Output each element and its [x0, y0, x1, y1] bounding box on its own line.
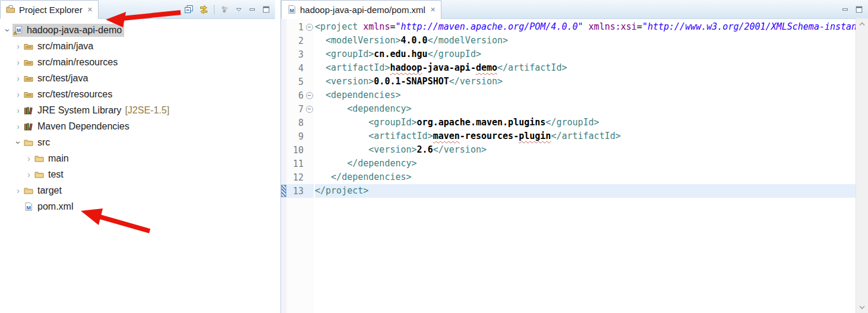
- code-line-1[interactable]: <project xmlns="http://maven.apache.org/…: [315, 20, 856, 34]
- library-icon: [24, 122, 34, 131]
- code-line-6[interactable]: <dependencies>: [315, 88, 856, 102]
- scroll-up-icon[interactable]: [859, 22, 865, 26]
- vertical-scrollbar[interactable]: [856, 18, 868, 313]
- code-line-2[interactable]: <modelVersion>4.0.0</modelVersion>: [315, 34, 856, 48]
- fold-collapse-icon[interactable]: [306, 24, 313, 31]
- tree-item-src-main-java[interactable]: ›src/main/java: [0, 38, 275, 54]
- code-line-9[interactable]: <artifactId>maven-resources-plugin</arti…: [315, 129, 856, 143]
- chevron-down-icon[interactable]: ›: [14, 137, 23, 147]
- tree-item-src[interactable]: ›src: [0, 134, 275, 150]
- tab-pom-xml[interactable]: M hadoop-java-api-demo/pom.xml ✕: [281, 0, 441, 19]
- annotation-ruler-row[interactable]: [281, 129, 286, 143]
- annotation-ruler-row[interactable]: [281, 88, 286, 102]
- chevron-right-icon[interactable]: ›: [13, 58, 23, 67]
- code-line-5[interactable]: <version>0.0.1-SNAPSHOT</version>: [315, 75, 856, 88]
- chevron-right-icon[interactable]: ›: [13, 42, 23, 50]
- tree-item-content: Maven Dependencies: [23, 120, 132, 133]
- gutter-row[interactable]: 7: [286, 102, 314, 116]
- tree-item-label: Maven Dependencies: [37, 121, 130, 132]
- annotation-ruler-row[interactable]: [281, 170, 286, 184]
- gutter-row[interactable]: 9: [286, 129, 314, 143]
- occurrence-marker: [281, 185, 286, 197]
- gutter-row[interactable]: 6: [286, 88, 314, 102]
- tree-item-label: hadoop-java-api-demo: [27, 25, 122, 36]
- tab-project-explorer[interactable]: Project Explorer ✕: [0, 0, 99, 19]
- line-number-gutter[interactable]: 12345678910111213: [286, 18, 314, 313]
- collapse-all-icon[interactable]: [184, 5, 194, 14]
- tree-item-test[interactable]: ›test: [0, 166, 275, 182]
- annotation-ruler[interactable]: [281, 18, 286, 313]
- scroll-down-icon[interactable]: [859, 305, 865, 309]
- code-line-12[interactable]: </dependencies>: [315, 170, 856, 184]
- tree-item-src-test-resources[interactable]: ›src/test/resources: [0, 86, 275, 102]
- editor-tabbar: M hadoop-java-api-demo/pom.xml ✕: [281, 0, 868, 19]
- tree-item-hadoop-java-api-demo[interactable]: ›Mhadoop-java-api-demo: [0, 22, 275, 38]
- tree-item-src-main-resources[interactable]: ›src/main/resources: [0, 54, 275, 70]
- code-line-7[interactable]: <dependency>: [315, 102, 856, 116]
- gutter-row[interactable]: 13: [286, 184, 314, 198]
- code-line-11[interactable]: </dependency>: [315, 157, 856, 170]
- tree-item-label: pom.xml: [37, 201, 73, 212]
- annotation-ruler-row[interactable]: [281, 184, 286, 198]
- folder-icon: [34, 170, 45, 179]
- focus-icon[interactable]: [220, 5, 229, 14]
- chevron-down-icon[interactable]: ›: [4, 25, 12, 35]
- chevron-right-icon[interactable]: ›: [13, 122, 23, 131]
- project-explorer-icon: [6, 5, 15, 14]
- gutter-row[interactable]: 1: [286, 20, 314, 34]
- tree-item-maven-dependencies[interactable]: ›Maven Dependencies: [0, 118, 275, 134]
- code-line-4[interactable]: <artifactId>hadoop-java-api-demo</artifa…: [315, 61, 856, 75]
- maximize-icon[interactable]: [855, 5, 863, 14]
- tree-item-main[interactable]: ›main: [0, 150, 275, 166]
- editor-body: 12345678910111213 <project xmlns="http:/…: [281, 18, 868, 313]
- code-editor[interactable]: <project xmlns="http://maven.apache.org/…: [314, 18, 856, 313]
- code-line-10[interactable]: <version>2.6</version>: [315, 143, 856, 157]
- chevron-right-icon[interactable]: ›: [24, 170, 34, 179]
- minimize-icon[interactable]: [841, 5, 850, 14]
- chevron-right-icon[interactable]: ›: [13, 90, 23, 99]
- tree-item-target[interactable]: ›target: [0, 182, 275, 198]
- project-explorer-tab-label: Project Explorer: [19, 5, 83, 15]
- gutter-row[interactable]: 10: [286, 143, 314, 157]
- line-number: 13: [286, 186, 305, 197]
- maximize-icon[interactable]: [262, 5, 270, 14]
- gutter-row[interactable]: 8: [286, 116, 314, 129]
- annotation-ruler-row[interactable]: [281, 48, 286, 61]
- annotation-ruler-row[interactable]: [281, 20, 286, 34]
- code-line-3[interactable]: <groupId>cn.edu.hgu</groupId>: [315, 48, 856, 61]
- fold-collapse-icon[interactable]: [306, 106, 313, 113]
- chevron-right-icon[interactable]: ›: [24, 154, 34, 163]
- gutter-row[interactable]: 4: [286, 61, 314, 75]
- annotation-ruler-row[interactable]: [281, 143, 286, 157]
- tree-item-content: src: [23, 136, 52, 149]
- annotation-ruler-row[interactable]: [281, 116, 286, 129]
- tree-item-label: src/test/java: [37, 73, 88, 84]
- fold-collapse-icon[interactable]: [306, 92, 313, 99]
- tree-item-label: src/main/java: [37, 41, 93, 52]
- annotation-ruler-row[interactable]: [281, 157, 286, 170]
- annotation-ruler-row[interactable]: [281, 75, 286, 88]
- tree-item-pom-xml[interactable]: Mpom.xml: [0, 198, 275, 214]
- tree-item-jre-system-library[interactable]: ›JRE System Library[J2SE-1.5]: [0, 102, 275, 118]
- close-icon[interactable]: ✕: [430, 7, 435, 13]
- annotation-ruler-row[interactable]: [281, 34, 286, 48]
- close-icon[interactable]: ✕: [87, 7, 93, 13]
- annotation-ruler-row[interactable]: [281, 102, 286, 116]
- minimize-icon[interactable]: [248, 5, 257, 14]
- xml-file-icon: M: [287, 5, 296, 14]
- view-menu-icon[interactable]: [235, 5, 243, 14]
- tree-item-src-test-java[interactable]: ›src/test/java: [0, 70, 275, 86]
- code-line-13[interactable]: </project>: [315, 184, 856, 198]
- annotation-ruler-row[interactable]: [281, 61, 286, 75]
- chevron-right-icon[interactable]: ›: [13, 106, 23, 115]
- gutter-row[interactable]: 11: [286, 157, 314, 170]
- chevron-right-icon[interactable]: ›: [13, 74, 23, 83]
- gutter-row[interactable]: 5: [286, 75, 314, 88]
- code-line-8[interactable]: <groupId>org.apache.maven.plugins</group…: [315, 116, 856, 129]
- link-with-editor-icon[interactable]: [199, 5, 209, 14]
- gutter-row[interactable]: 3: [286, 48, 314, 61]
- gutter-row[interactable]: 2: [286, 34, 314, 48]
- source-folder-icon: [24, 74, 34, 83]
- gutter-row[interactable]: 12: [286, 170, 314, 184]
- chevron-right-icon[interactable]: ›: [13, 186, 23, 195]
